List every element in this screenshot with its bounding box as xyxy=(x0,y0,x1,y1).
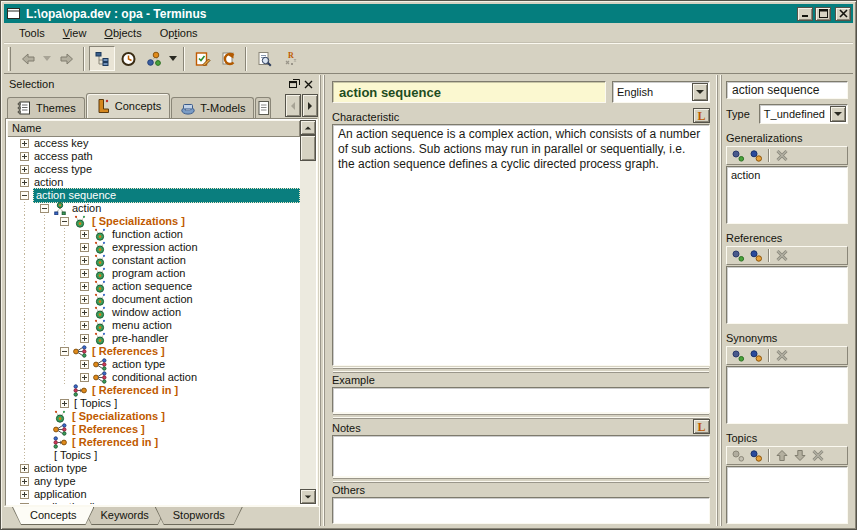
type-dropdown-button[interactable] xyxy=(830,106,846,122)
notes-language-button[interactable]: L xyxy=(693,419,710,434)
generalizations-list[interactable]: action xyxy=(726,166,848,224)
tree-item[interactable]: conditional action xyxy=(7,371,300,384)
tab-concepts[interactable]: Concepts xyxy=(86,93,170,118)
maximize-button[interactable] xyxy=(815,7,831,21)
tree-item[interactable]: [ References ] xyxy=(7,423,300,436)
synonyms-list[interactable] xyxy=(726,366,848,424)
find-document-button[interactable] xyxy=(251,46,277,71)
expand-icon[interactable] xyxy=(20,490,29,499)
float-panel-button[interactable] xyxy=(287,78,301,91)
tree-item[interactable]: [ Referenced in ] xyxy=(7,384,300,397)
characteristic-language-button[interactable]: L xyxy=(693,108,710,123)
delete-button[interactable] xyxy=(809,448,827,463)
expand-icon[interactable] xyxy=(80,269,89,278)
expand-icon[interactable] xyxy=(80,308,89,317)
add-concept-button[interactable] xyxy=(747,448,765,463)
tree-item[interactable]: function action xyxy=(7,228,300,241)
move-up-button[interactable] xyxy=(773,448,791,463)
expand-icon[interactable] xyxy=(80,373,89,382)
term-input[interactable]: action sequence xyxy=(726,81,848,99)
language-combobox[interactable]: English xyxy=(612,81,710,103)
expand-icon[interactable] xyxy=(20,165,29,174)
tree-item[interactable]: pre-handler xyxy=(7,332,300,345)
scrollbar-thumb[interactable] xyxy=(300,135,316,161)
edit-form-button[interactable] xyxy=(189,46,215,71)
tree-item[interactable]: action sequence xyxy=(7,189,300,202)
dropdown-caret-button[interactable] xyxy=(167,46,179,71)
tree-item[interactable]: document action xyxy=(7,293,300,306)
tab-scroll-right-button[interactable] xyxy=(302,94,318,117)
delete-button[interactable] xyxy=(773,348,791,363)
expand-icon[interactable] xyxy=(80,230,89,239)
tree-item[interactable]: action type xyxy=(7,462,300,475)
add-relation-button[interactable] xyxy=(729,148,747,163)
tree-item[interactable]: application license xyxy=(7,501,300,504)
expand-icon[interactable] xyxy=(20,477,29,486)
others-textarea[interactable] xyxy=(332,497,710,524)
tree-item[interactable]: access path xyxy=(7,150,300,163)
expand-icon[interactable] xyxy=(20,178,29,187)
characteristic-textarea[interactable]: An action sequence is a complex action, … xyxy=(332,124,710,366)
type-combobox[interactable]: T_undefined xyxy=(759,104,848,124)
topics-list[interactable] xyxy=(726,466,848,524)
menu-options[interactable]: Options xyxy=(151,25,207,41)
add-concept-button[interactable] xyxy=(747,148,765,163)
expand-icon[interactable] xyxy=(80,360,89,369)
collapse-icon[interactable] xyxy=(40,204,49,213)
back-arrow-button[interactable] xyxy=(15,46,41,71)
tree-item[interactable]: [ Referenced in ] xyxy=(7,436,300,449)
example-textarea[interactable] xyxy=(332,387,710,413)
tree-vertical-scrollbar[interactable] xyxy=(300,120,316,504)
tab-themes[interactable]: Themes xyxy=(7,97,85,118)
expand-icon[interactable] xyxy=(20,139,29,148)
forward-arrow-button[interactable] xyxy=(53,46,79,71)
expand-icon[interactable] xyxy=(60,399,69,408)
toolbar-grip[interactable] xyxy=(8,47,11,71)
expand-icon[interactable] xyxy=(20,152,29,161)
tab-t-models[interactable]: T-Models xyxy=(171,97,254,118)
expand-icon[interactable] xyxy=(80,282,89,291)
scroll-up-button[interactable] xyxy=(300,120,316,135)
add-concept-button[interactable] xyxy=(747,248,765,263)
language-dropdown-button[interactable] xyxy=(692,83,708,101)
references-list[interactable] xyxy=(726,266,848,324)
bottom-tab-concepts[interactable]: Concepts xyxy=(12,507,94,525)
minimize-button[interactable] xyxy=(797,7,813,21)
expand-icon[interactable] xyxy=(80,321,89,330)
tree-item[interactable]: action xyxy=(7,202,300,215)
menu-objects[interactable]: Objects xyxy=(95,25,150,41)
bottom-tab-stopwords[interactable]: Stopwords xyxy=(155,507,243,525)
history-button[interactable] xyxy=(115,46,141,71)
revert-button[interactable] xyxy=(215,46,241,71)
add-relation-disabled-button[interactable] xyxy=(729,448,747,463)
expand-icon[interactable] xyxy=(20,464,29,473)
menu-tools[interactable]: Tools xyxy=(10,25,54,41)
expand-icon[interactable] xyxy=(80,256,89,265)
tree-item[interactable]: expression action xyxy=(7,241,300,254)
tree-item[interactable]: menu action xyxy=(7,319,300,332)
tree-item[interactable]: constant action xyxy=(7,254,300,267)
tree-item[interactable]: [ Topics ] xyxy=(7,449,300,462)
add-relation-button[interactable] xyxy=(729,248,747,263)
tree-item[interactable]: access type xyxy=(7,163,300,176)
collapse-icon[interactable] xyxy=(60,347,69,356)
tree-item[interactable]: [ Topics ] xyxy=(7,397,300,410)
tree-column-header[interactable]: Name xyxy=(7,120,300,137)
tree-view-button[interactable] xyxy=(89,46,115,71)
tree-item[interactable]: application xyxy=(7,488,300,501)
tree-item[interactable]: [ References ] xyxy=(7,345,300,358)
relations-button[interactable]: R xyxy=(277,46,303,71)
tree-item[interactable]: [ Specializations ] xyxy=(7,410,300,423)
expand-icon[interactable] xyxy=(80,334,89,343)
tree-item[interactable]: any type xyxy=(7,475,300,488)
tree-item[interactable]: access key xyxy=(7,137,300,150)
expand-icon[interactable] xyxy=(20,503,29,504)
concept-balls-button[interactable] xyxy=(141,46,167,71)
close-panel-button[interactable] xyxy=(301,78,315,91)
tree-item[interactable]: window action xyxy=(7,306,300,319)
add-concept-button[interactable] xyxy=(747,348,765,363)
move-down-button[interactable] xyxy=(791,448,809,463)
expand-icon[interactable] xyxy=(80,243,89,252)
menu-view[interactable]: View xyxy=(54,25,96,41)
tree-item[interactable]: action sequence xyxy=(7,280,300,293)
